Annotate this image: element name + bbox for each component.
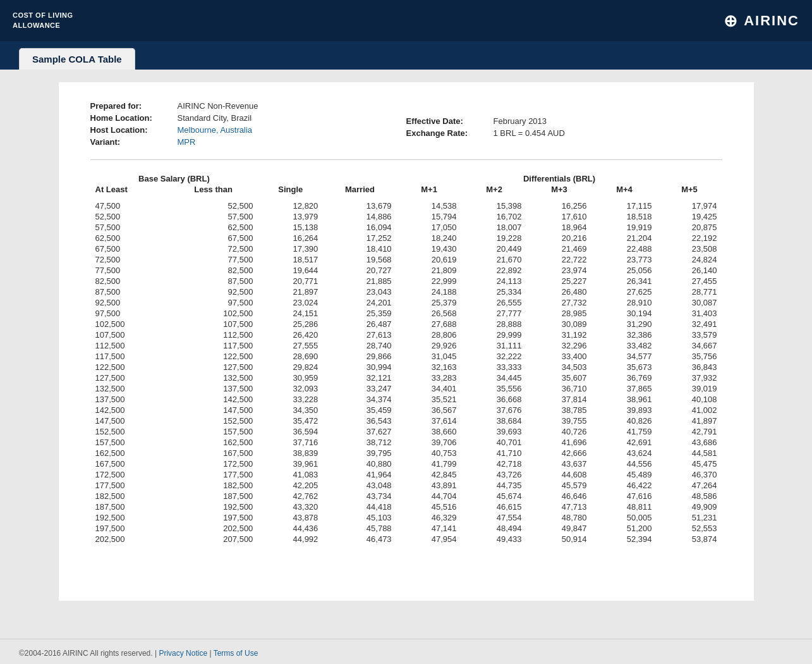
table-cell: 35,459 bbox=[323, 405, 396, 415]
table-cell: 112,500 bbox=[90, 340, 169, 351]
table-cell: 36,843 bbox=[657, 362, 722, 372]
privacy-notice-link[interactable]: Privacy Notice bbox=[159, 649, 207, 658]
table-cell: 27,613 bbox=[323, 329, 396, 340]
table-cell: 29,824 bbox=[258, 362, 323, 372]
table-cell: 36,594 bbox=[258, 426, 323, 437]
table-cell: 21,204 bbox=[592, 233, 657, 243]
table-cell: 43,048 bbox=[323, 480, 396, 491]
table-cell: 67,500 bbox=[90, 243, 169, 254]
col-m2: M+2 bbox=[462, 185, 527, 195]
table-cell: 202,500 bbox=[169, 523, 258, 534]
table-cell: 202,500 bbox=[90, 534, 169, 544]
table-row: 167,500172,50039,96140,88041,79942,71843… bbox=[90, 458, 722, 469]
table-cell: 36,769 bbox=[592, 372, 657, 383]
table-cell: 19,425 bbox=[657, 211, 722, 222]
table-cell: 17,252 bbox=[323, 233, 396, 243]
table-cell: 52,500 bbox=[169, 200, 258, 211]
table-row: 182,500187,50042,76243,73444,70445,67446… bbox=[90, 491, 722, 501]
variant-value: MPR bbox=[178, 137, 196, 147]
section-divider bbox=[90, 159, 722, 160]
table-cell: 187,500 bbox=[90, 501, 169, 512]
table-cell: 182,500 bbox=[90, 491, 169, 501]
table-cell: 26,480 bbox=[527, 286, 592, 297]
table-cell: 46,370 bbox=[657, 469, 722, 480]
table-cell: 48,811 bbox=[592, 501, 657, 512]
table-cell: 43,891 bbox=[397, 480, 462, 491]
table-cell: 72,500 bbox=[90, 254, 169, 265]
table-cell: 16,256 bbox=[527, 200, 592, 211]
table-cell: 36,567 bbox=[397, 405, 462, 415]
table-cell: 42,205 bbox=[258, 480, 323, 491]
table-cell: 36,543 bbox=[323, 415, 396, 426]
table-cell: 40,726 bbox=[527, 426, 592, 437]
table-cell: 45,579 bbox=[527, 480, 592, 491]
table-cell: 48,494 bbox=[462, 523, 527, 534]
title-line2: ALLOWANCE bbox=[13, 22, 60, 29]
table-cell: 122,500 bbox=[90, 362, 169, 372]
table-cell: 97,500 bbox=[169, 297, 258, 308]
table-row: 157,500162,50037,71638,71239,70640,70141… bbox=[90, 437, 722, 448]
table-cell: 57,500 bbox=[90, 222, 169, 233]
table-cell: 34,577 bbox=[592, 351, 657, 362]
table-cell: 172,500 bbox=[90, 469, 169, 480]
table-cell: 28,910 bbox=[592, 297, 657, 308]
table-cell: 32,121 bbox=[323, 372, 396, 383]
table-cell: 26,420 bbox=[258, 329, 323, 340]
table-cell: 34,667 bbox=[657, 340, 722, 351]
table-cell: 82,500 bbox=[90, 276, 169, 286]
table-row: 62,50067,50016,26417,25218,24019,22820,2… bbox=[90, 233, 722, 243]
content-area: Prepared for: AIRINC Non-Revenue Home Lo… bbox=[0, 70, 812, 639]
table-cell: 20,875 bbox=[657, 222, 722, 233]
table-cell: 19,919 bbox=[592, 222, 657, 233]
table-cell: 23,043 bbox=[323, 286, 396, 297]
table-cell: 30,087 bbox=[657, 297, 722, 308]
table-cell: 34,374 bbox=[323, 394, 396, 405]
table-cell: 33,400 bbox=[527, 351, 592, 362]
table-row: 127,500132,50030,95932,12133,28334,44535… bbox=[90, 372, 722, 383]
table-cell: 35,521 bbox=[397, 394, 462, 405]
table-cell: 147,500 bbox=[90, 415, 169, 426]
table-cell: 142,500 bbox=[90, 405, 169, 415]
table-cell: 137,500 bbox=[90, 394, 169, 405]
info-left: Prepared for: AIRINC Non-Revenue Home Lo… bbox=[90, 101, 406, 147]
table-cell: 18,964 bbox=[527, 222, 592, 233]
exchange-rate-value: 1 BRL = 0.454 AUD bbox=[494, 128, 565, 138]
table-cell: 17,610 bbox=[527, 211, 592, 222]
table-cell: 44,556 bbox=[592, 458, 657, 469]
host-location-row: Host Location: Melbourne, Australia bbox=[90, 125, 406, 135]
table-cell: 23,508 bbox=[657, 243, 722, 254]
table-cell: 42,762 bbox=[258, 491, 323, 501]
table-cell: 31,111 bbox=[462, 340, 527, 351]
footer-copyright: ©2004-2016 AIRINC All rights reserved. | bbox=[19, 649, 157, 658]
host-location-label: Host Location: bbox=[90, 125, 173, 135]
table-cell: 20,449 bbox=[462, 243, 527, 254]
table-cell: 38,684 bbox=[462, 415, 527, 426]
table-cell: 23,773 bbox=[592, 254, 657, 265]
table-cell: 41,897 bbox=[657, 415, 722, 426]
table-cell: 40,753 bbox=[397, 448, 462, 458]
table-row: 107,500112,50026,42027,61328,80629,99931… bbox=[90, 329, 722, 340]
table-cell: 24,201 bbox=[323, 297, 396, 308]
table-cell: 28,690 bbox=[258, 351, 323, 362]
table-cell: 21,670 bbox=[462, 254, 527, 265]
table-cell: 41,083 bbox=[258, 469, 323, 480]
table-cell: 22,999 bbox=[397, 276, 462, 286]
table-cell: 47,141 bbox=[397, 523, 462, 534]
table-cell: 22,488 bbox=[592, 243, 657, 254]
table-row: 122,500127,50029,82430,99432,16333,33334… bbox=[90, 362, 722, 372]
table-row: 57,50062,50015,13816,09417,05018,00718,9… bbox=[90, 222, 722, 233]
differentials-header: Differentials (BRL) bbox=[397, 173, 722, 185]
home-location-label: Home Location: bbox=[90, 113, 173, 123]
page-header: COST OF LIVING ALLOWANCE ⊕ AIRINC bbox=[0, 0, 812, 41]
table-row: 102,500107,50025,28626,48727,68828,88830… bbox=[90, 319, 722, 329]
table-cell: 47,713 bbox=[527, 501, 592, 512]
table-row: 112,500117,50027,55528,74029,92631,11132… bbox=[90, 340, 722, 351]
table-cell: 30,959 bbox=[258, 372, 323, 383]
terms-of-use-link[interactable]: Terms of Use bbox=[214, 649, 258, 658]
col-m1: M+1 bbox=[397, 185, 462, 195]
table-cell: 41,964 bbox=[323, 469, 396, 480]
table-cell: 31,045 bbox=[397, 351, 462, 362]
table-cell: 45,788 bbox=[323, 523, 396, 534]
table-cell: 25,334 bbox=[462, 286, 527, 297]
tab-sample-cola[interactable]: Sample COLA Table bbox=[19, 48, 135, 70]
